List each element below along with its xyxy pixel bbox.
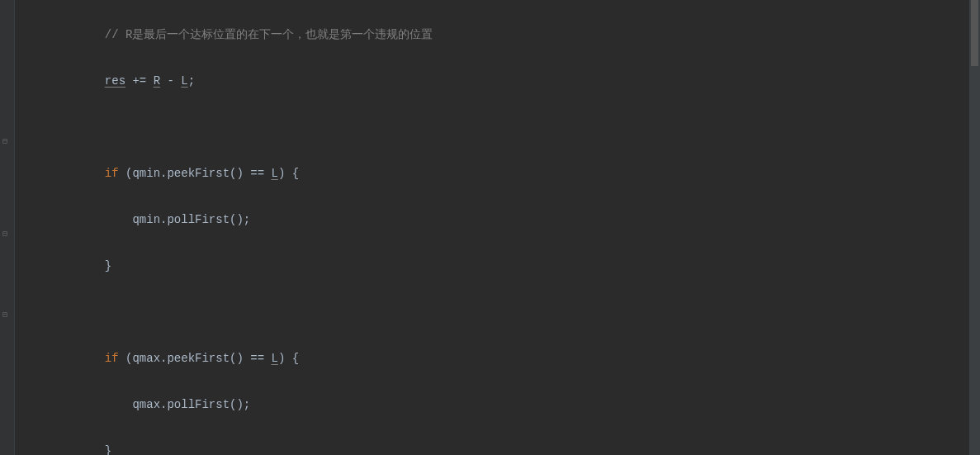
keyword-if: if <box>105 352 119 365</box>
indent <box>21 167 105 180</box>
statement: qmax.pollFirst(); <box>132 398 250 411</box>
brace: ) { <box>278 352 299 365</box>
variable-L: L <box>271 352 277 365</box>
indent <box>21 352 105 365</box>
semicolon: ; <box>188 74 195 88</box>
keyword-if: if <box>105 167 119 180</box>
code-line: qmin.pollFirst(); <box>21 208 968 231</box>
code-line: if (qmax.peekFirst() == L) { <box>21 347 968 370</box>
indent <box>21 259 105 273</box>
condition: (qmin.peekFirst() == <box>119 167 272 180</box>
code-line: } <box>21 254 968 277</box>
condition: (qmax.peekFirst() == <box>119 352 272 365</box>
code-line: res += R - L; <box>21 69 968 92</box>
operator: - <box>160 74 181 88</box>
code-line: // R是最后一个达标位置的在下一个，也就是第一个违规的位置 <box>21 23 968 46</box>
gutter: ⊟ ⊟ ⊟ <box>0 0 15 455</box>
scrollbar-vertical[interactable] <box>968 0 980 455</box>
variable-R: R <box>154 74 160 88</box>
brace: ) { <box>278 167 299 180</box>
indent <box>21 444 105 455</box>
code-area[interactable]: // R是最后一个达标位置的在下一个，也就是第一个违规的位置 res += R … <box>15 0 968 455</box>
code-editor: ⊟ ⊟ ⊟ // R是最后一个达标位置的在下一个，也就是第一个违规的位置 res… <box>0 0 980 455</box>
brace-close: } <box>105 259 111 273</box>
operator: += <box>125 74 154 88</box>
fold-marker-icon[interactable]: ⊟ <box>2 223 11 231</box>
variable-L: L <box>271 167 277 180</box>
variable-L: L <box>181 74 187 88</box>
indent <box>21 74 105 88</box>
code-line: qmax.pollFirst(); <box>21 393 968 416</box>
indent <box>21 213 132 226</box>
code-line-empty <box>21 301 968 324</box>
indent <box>21 28 105 41</box>
code-line: } <box>21 439 968 455</box>
variable-res: res <box>105 74 125 88</box>
code-line: if (qmin.peekFirst() == L) { <box>21 162 968 185</box>
code-line-empty <box>21 116 968 139</box>
indent <box>21 398 132 411</box>
statement: qmin.pollFirst(); <box>132 213 250 226</box>
fold-marker-icon[interactable]: ⊟ <box>2 304 11 312</box>
brace-close: } <box>105 444 111 455</box>
comment: // R是最后一个达标位置的在下一个，也就是第一个违规的位置 <box>105 28 433 41</box>
fold-marker-icon[interactable]: ⊟ <box>2 130 11 139</box>
scrollbar-thumb[interactable] <box>971 0 978 66</box>
